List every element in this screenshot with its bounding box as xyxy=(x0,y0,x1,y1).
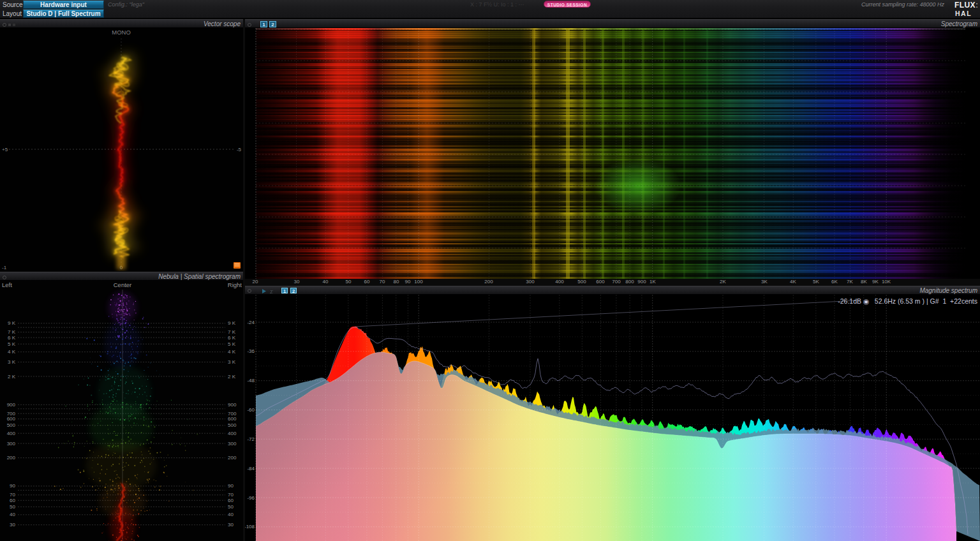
svg-text:300: 300 xyxy=(228,441,237,447)
svg-text:3 K: 3 K xyxy=(8,359,16,365)
svg-text:2 K: 2 K xyxy=(228,374,236,380)
svg-text:-24: -24 xyxy=(247,320,255,325)
svg-text:600: 600 xyxy=(7,416,16,422)
svg-text:MONO: MONO xyxy=(112,29,131,36)
svg-text:6 K: 6 K xyxy=(228,335,236,341)
svg-text:4 K: 4 K xyxy=(228,349,236,355)
svg-text:500: 500 xyxy=(7,422,16,428)
svg-text:60: 60 xyxy=(10,498,15,503)
svg-text:Center: Center xyxy=(114,281,132,288)
svg-text:500: 500 xyxy=(228,422,237,428)
svg-text:30: 30 xyxy=(228,522,234,528)
svg-text:-26.1dB ◉ 52.6Hz (6.53 m ) |: -26.1dB ◉ 52.6Hz (6.53 m ) | G# 1 +22cen… xyxy=(838,297,977,305)
svg-text:4 K: 4 K xyxy=(8,349,16,355)
svg-text:900: 900 xyxy=(228,402,237,408)
svg-text:3 K: 3 K xyxy=(228,359,236,365)
svg-text:9 K: 9 K xyxy=(228,320,236,326)
svg-text:Σ: Σ xyxy=(269,289,274,294)
svg-text:60: 60 xyxy=(228,498,234,503)
svg-text:40: 40 xyxy=(10,512,15,517)
svg-text:Right: Right xyxy=(228,281,242,288)
svg-text:400: 400 xyxy=(228,431,237,436)
svg-text:200: 200 xyxy=(228,455,237,461)
svg-text:-84: -84 xyxy=(247,466,255,471)
svg-text:2 K: 2 K xyxy=(8,374,16,380)
svg-text:Left: Left xyxy=(2,281,12,288)
svg-text:+5: +5 xyxy=(2,147,8,152)
svg-text:-60: -60 xyxy=(247,407,255,413)
svg-text:50: 50 xyxy=(228,504,234,510)
svg-text:9 K: 9 K xyxy=(8,320,16,326)
svg-text:30: 30 xyxy=(10,522,15,528)
svg-text:-108: -108 xyxy=(245,524,255,530)
svg-text:200: 200 xyxy=(7,455,16,461)
svg-text:-5: -5 xyxy=(237,147,242,152)
svg-text:-72: -72 xyxy=(247,436,255,442)
svg-text:5 K: 5 K xyxy=(8,341,16,347)
svg-text:900: 900 xyxy=(7,402,16,408)
svg-text:-48: -48 xyxy=(247,378,255,383)
svg-text:5 K: 5 K xyxy=(228,341,236,347)
svg-text:50: 50 xyxy=(10,504,15,510)
svg-text:90: 90 xyxy=(10,483,15,489)
svg-text:6 K: 6 K xyxy=(8,335,16,341)
svg-text:40: 40 xyxy=(228,512,234,517)
svg-text:400: 400 xyxy=(7,431,16,436)
svg-text:-1: -1 xyxy=(2,265,7,270)
svg-text:300: 300 xyxy=(7,441,16,447)
svg-text:-36: -36 xyxy=(247,348,255,354)
svg-text:90: 90 xyxy=(228,483,234,489)
svg-text:600: 600 xyxy=(228,416,237,422)
svg-text:-96: -96 xyxy=(247,495,255,501)
